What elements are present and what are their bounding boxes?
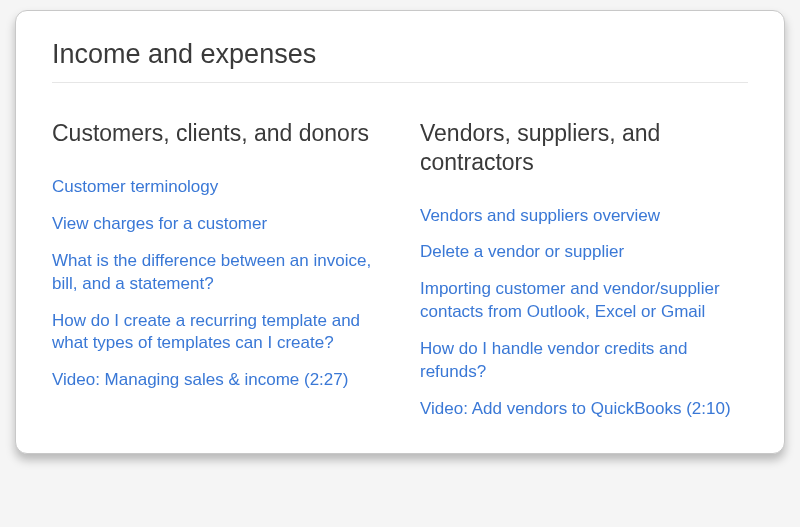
section-heading-vendors: Vendors, suppliers, and contractors <box>420 119 748 177</box>
help-link[interactable]: What is the difference between an invoic… <box>52 250 380 296</box>
section-heading-customers: Customers, clients, and donors <box>52 119 380 148</box>
help-link[interactable]: View charges for a customer <box>52 213 380 236</box>
help-link[interactable]: How do I create a recurring template and… <box>52 310 380 356</box>
help-link[interactable]: Video: Add vendors to QuickBooks (2:10) <box>420 398 748 421</box>
help-link[interactable]: Customer terminology <box>52 176 380 199</box>
help-link[interactable]: Video: Managing sales & income (2:27) <box>52 369 380 392</box>
column-vendors: Vendors, suppliers, and contractors Vend… <box>420 119 748 421</box>
help-link[interactable]: How do I handle vendor credits and refun… <box>420 338 748 384</box>
link-list-customers: Customer terminology View charges for a … <box>52 176 380 393</box>
help-link[interactable]: Importing customer and vendor/supplier c… <box>420 278 748 324</box>
help-card: Income and expenses Customers, clients, … <box>15 10 785 454</box>
help-link[interactable]: Delete a vendor or supplier <box>420 241 748 264</box>
columns: Customers, clients, and donors Customer … <box>52 119 748 421</box>
help-link[interactable]: Vendors and suppliers overview <box>420 205 748 228</box>
link-list-vendors: Vendors and suppliers overview Delete a … <box>420 205 748 422</box>
column-customers: Customers, clients, and donors Customer … <box>52 119 380 421</box>
page-title: Income and expenses <box>52 39 748 83</box>
